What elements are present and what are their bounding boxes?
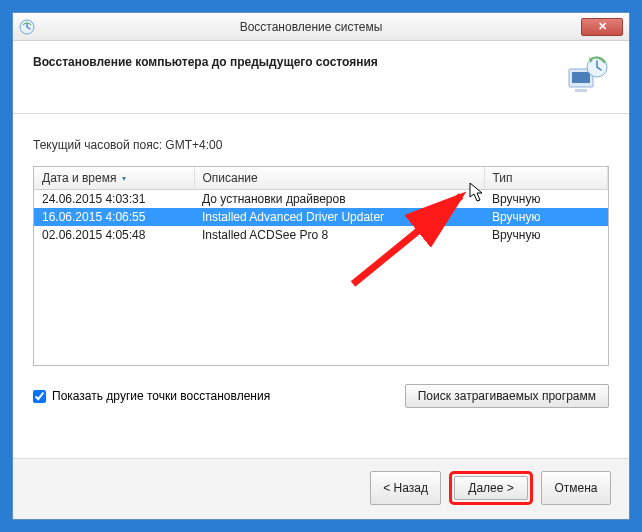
svg-rect-3 [575, 89, 587, 92]
svg-rect-2 [572, 72, 590, 83]
table-row[interactable]: 02.06.2015 4:05:48Installed ACDSee Pro 8… [34, 226, 608, 244]
table-cell: 24.06.2015 4:03:31 [34, 190, 194, 209]
next-button-highlight: Далее > [449, 471, 533, 505]
table-cell: 16.06.2015 4:06:55 [34, 208, 194, 226]
table-cell: Вручную [484, 226, 608, 244]
content-area: Текущий часовой пояс: GMT+4:00 Дата и вр… [13, 114, 629, 458]
affected-programs-button[interactable]: Поиск затрагиваемых программ [405, 384, 609, 408]
cancel-button[interactable]: Отмена [541, 471, 611, 505]
timezone-label: Текущий часовой пояс: GMT+4:00 [33, 138, 609, 152]
back-button[interactable]: < Назад [370, 471, 441, 505]
table-cell: Installed Advanced Driver Updater [194, 208, 484, 226]
app-icon [19, 19, 35, 35]
table-cell: Installed ACDSee Pro 8 [194, 226, 484, 244]
column-header-date[interactable]: Дата и время [34, 167, 194, 190]
table-cell: 02.06.2015 4:05:48 [34, 226, 194, 244]
checkbox-input[interactable] [33, 390, 46, 403]
table-row[interactable]: 24.06.2015 4:03:31До устнановки драйверо… [34, 190, 608, 209]
table-cell: До устнановки драйверов [194, 190, 484, 209]
table-cell: Вручную [484, 190, 608, 209]
column-header-description[interactable]: Описание [194, 167, 484, 190]
wizard-footer: < Назад Далее > Отмена [13, 458, 629, 519]
system-restore-window: Восстановление системы ✕ Восстановление … [12, 12, 630, 520]
restore-points-table[interactable]: Дата и время Описание Тип 24.06.2015 4:0… [33, 166, 609, 366]
close-button[interactable]: ✕ [581, 18, 623, 36]
checkbox-label: Показать другие точки восстановления [52, 389, 270, 403]
column-header-type[interactable]: Тип [484, 167, 608, 190]
header-strip: Восстановление компьютера до предыдущего… [13, 41, 629, 114]
table-cell: Вручную [484, 208, 608, 226]
next-button[interactable]: Далее > [454, 476, 528, 500]
table-row[interactable]: 16.06.2015 4:06:55Installed Advanced Dri… [34, 208, 608, 226]
show-more-points-checkbox[interactable]: Показать другие точки восстановления [33, 389, 270, 403]
window-title: Восстановление системы [41, 20, 581, 34]
page-heading: Восстановление компьютера до предыдущего… [33, 55, 565, 69]
titlebar: Восстановление системы ✕ [13, 13, 629, 41]
close-icon: ✕ [598, 20, 607, 33]
restore-hero-icon [565, 55, 609, 95]
